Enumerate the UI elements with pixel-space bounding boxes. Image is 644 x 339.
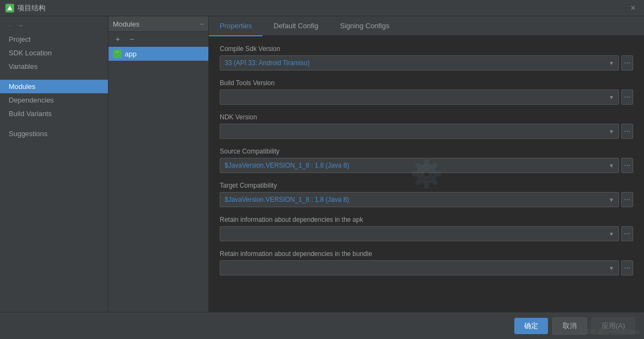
confirm-button[interactable]: 确定	[514, 318, 548, 334]
app-icon	[5, 4, 14, 12]
source-compat-row: $JavaVersion.VERSION_1_8 : 1.8 (Java 8) …	[220, 158, 633, 173]
target-compat-select[interactable]: $JavaVersion.VERSION_1_8 : 1.8 (Java 8) …	[220, 192, 619, 207]
build-tools-action-btn[interactable]: ⋯	[621, 89, 633, 105]
compile-sdk-label: Compile Sdk Version	[220, 45, 633, 53]
apply-button[interactable]: 应用(A)	[591, 317, 635, 335]
modules-header: Modules −	[109, 16, 208, 32]
add-module-button[interactable]: +	[113, 34, 123, 44]
properties-content: ⚙️ Compile Sdk Version 33 (API 33: Andro…	[209, 36, 644, 312]
build-tools-value	[225, 93, 226, 101]
compile-sdk-action-btn[interactable]: ⋯	[621, 55, 633, 71]
ndk-action-btn[interactable]: ⋯	[621, 124, 633, 139]
tab-default-config[interactable]: Default Config	[263, 16, 329, 36]
sidebar-item-suggestions[interactable]: Suggestions	[0, 127, 108, 140]
source-compat-group: Source Compatibility $JavaVersion.VERSIO…	[220, 148, 633, 173]
retain-apk-select[interactable]: ▼	[220, 226, 619, 241]
ndk-select[interactable]: ▼	[220, 124, 619, 139]
retain-bundle-group: Retain information about dependencies in…	[220, 250, 633, 276]
compile-sdk-value: 33 (API 33: Android Tiramisu)	[225, 59, 310, 67]
retain-apk-dropdown-arrow: ▼	[609, 231, 614, 237]
tabs-bar: Properties Default Config Signing Config…	[209, 16, 644, 36]
retain-apk-row: ▼ ⋯	[220, 226, 633, 241]
modules-title: Modules	[113, 20, 139, 28]
build-tools-version-group: Build Tools Version ▼ ⋯	[220, 79, 633, 105]
main-layout: ← → Project SDK Location Variables Modul…	[0, 16, 644, 312]
svg-rect-2	[116, 51, 119, 53]
source-compat-label: Source Compatibility	[220, 148, 633, 155]
modules-toolbar: + −	[109, 32, 208, 47]
source-compat-dropdown-arrow: ▼	[609, 163, 614, 169]
back-arrow[interactable]: ←	[5, 22, 14, 29]
target-compat-label: Target Compatibility	[220, 182, 633, 189]
tab-signing-configs[interactable]: Signing Configs	[329, 16, 400, 36]
sidebar-item-build-variants[interactable]: Build Variants	[0, 107, 108, 120]
build-tools-select[interactable]: ▼	[220, 89, 619, 105]
title-bar: 项目结构 ×	[0, 0, 644, 16]
retain-apk-label: Retain information about dependencies in…	[220, 216, 633, 223]
ndk-version-group: NDK Version ▼ ⋯	[220, 113, 633, 139]
cancel-button[interactable]: 取消	[552, 317, 587, 335]
target-compat-dropdown-arrow: ▼	[609, 197, 614, 203]
modules-panel: Modules − + − app	[109, 16, 209, 312]
retain-bundle-dropdown-arrow: ▼	[609, 265, 614, 271]
retain-bundle-label: Retain information about dependencies in…	[220, 250, 633, 258]
sidebar-item-modules[interactable]: Modules	[0, 80, 108, 93]
sidebar-item-variables[interactable]: Variables	[0, 60, 108, 73]
sidebar-divider-1	[0, 73, 108, 80]
close-button[interactable]: ×	[628, 3, 639, 14]
retain-bundle-select[interactable]: ▼	[220, 260, 619, 276]
sidebar-item-dependencies[interactable]: Dependencies	[0, 93, 108, 107]
ndk-row: ▼ ⋯	[220, 124, 633, 139]
bottom-bar: 确定 取消 应用(A)	[0, 312, 644, 339]
build-tools-dropdown-arrow: ▼	[609, 94, 614, 100]
source-compat-action-btn[interactable]: ⋯	[621, 158, 633, 173]
sidebar-items: Project SDK Location Variables Modules D…	[0, 33, 108, 140]
nav-row: ← →	[0, 21, 108, 30]
window-title: 项目结构	[17, 3, 628, 13]
module-name: app	[125, 50, 137, 58]
target-compat-row: $JavaVersion.VERSION_1_8 : 1.8 (Java 8) …	[220, 192, 633, 207]
build-tools-label: Build Tools Version	[220, 79, 633, 87]
remove-module-button[interactable]: −	[127, 34, 137, 44]
retain-bundle-action-btn[interactable]: ⋯	[621, 260, 633, 276]
target-compat-action-btn[interactable]: ⋯	[621, 192, 633, 207]
source-compat-value: $JavaVersion.VERSION_1_8 : 1.8 (Java 8)	[225, 162, 349, 169]
module-item-app[interactable]: app	[109, 47, 208, 61]
svg-marker-0	[7, 5, 12, 10]
compile-sdk-row: 33 (API 33: Android Tiramisu) ▼ ⋯	[220, 55, 633, 71]
module-icon	[113, 49, 122, 58]
sidebar-item-project[interactable]: Project	[0, 33, 108, 46]
forward-arrow[interactable]: →	[16, 22, 25, 29]
ndk-label: NDK Version	[220, 113, 633, 121]
ndk-dropdown-arrow: ▼	[609, 129, 614, 135]
compile-sdk-dropdown-arrow: ▼	[609, 60, 614, 66]
source-compat-select[interactable]: $JavaVersion.VERSION_1_8 : 1.8 (Java 8) …	[220, 158, 619, 173]
target-compat-group: Target Compatibility $JavaVersion.VERSIO…	[220, 182, 633, 207]
build-tools-row: ▼ ⋯	[220, 89, 633, 105]
modules-collapse-button[interactable]: −	[200, 20, 204, 28]
target-compat-value: $JavaVersion.VERSION_1_8 : 1.8 (Java 8)	[225, 196, 349, 203]
retain-bundle-row: ▼ ⋯	[220, 260, 633, 276]
compile-sdk-select[interactable]: 33 (API 33: Android Tiramisu) ▼	[220, 55, 619, 71]
retain-apk-value	[225, 230, 226, 238]
tab-properties[interactable]: Properties	[209, 16, 263, 36]
properties-panel: Properties Default Config Signing Config…	[209, 16, 644, 312]
sidebar-item-sdk-location[interactable]: SDK Location	[0, 46, 108, 60]
sidebar-divider-2	[0, 120, 108, 127]
retain-bundle-value	[225, 264, 226, 272]
ndk-value	[225, 127, 226, 135]
sidebar: ← → Project SDK Location Variables Modul…	[0, 16, 109, 312]
compile-sdk-version-group: Compile Sdk Version 33 (API 33: Android …	[220, 45, 633, 71]
svg-rect-1	[114, 52, 120, 56]
retain-apk-group: Retain information about dependencies in…	[220, 216, 633, 241]
retain-apk-action-btn[interactable]: ⋯	[621, 226, 633, 241]
